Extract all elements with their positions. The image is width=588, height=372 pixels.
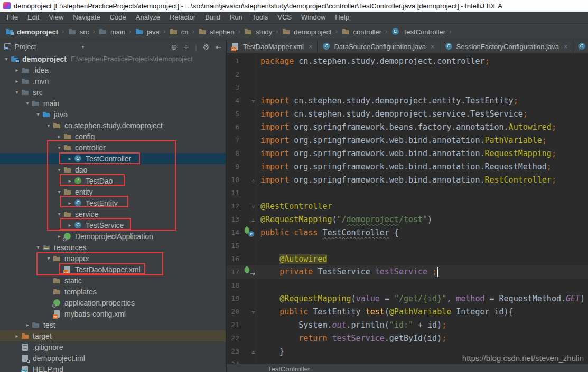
- code-line-8[interactable]: 8import org.springframework.web.bind.ann…: [227, 147, 588, 160]
- fold-end-icon[interactable]: ▵: [252, 177, 255, 183]
- code-line-5[interactable]: 5import cn.stephen.study.demoproject.ser…: [227, 107, 588, 120]
- breadcrumb-item-java[interactable]: java: [135, 27, 160, 36]
- tree-item-cn.stephen.study.demoproject[interactable]: ▾cn.stephen.study.demoproject: [0, 120, 226, 131]
- menu-navigate[interactable]: Navigate: [68, 12, 105, 23]
- expand-arrow-icon[interactable]: ▾: [34, 244, 42, 250]
- menu-analyze[interactable]: Analyze: [131, 12, 165, 23]
- code-line-6[interactable]: 6import org.springframework.beans.factor…: [227, 120, 588, 133]
- expand-arrow-icon[interactable]: ▸: [66, 178, 74, 184]
- code-line-12[interactable]: 12▿@RestController: [227, 199, 588, 213]
- code-line-14[interactable]: 14cpublic class TestController {: [227, 226, 588, 239]
- tree-item-mapper[interactable]: ▾mapper: [0, 253, 226, 264]
- menu-run[interactable]: Run: [225, 12, 247, 23]
- menu-vcs[interactable]: VCS: [273, 12, 296, 23]
- tree-item-test[interactable]: ▸test: [0, 319, 226, 330]
- code-line-16[interactable]: 16 @Autowired: [227, 252, 588, 265]
- expand-arrow-icon[interactable]: ▾: [44, 122, 53, 128]
- breadcrumb-item-study[interactable]: study: [244, 27, 272, 36]
- code-line-3[interactable]: 3: [227, 81, 588, 94]
- expand-arrow-icon[interactable]: ▸: [13, 67, 21, 73]
- breadcrumb-item-testcontroller[interactable]: CTestController: [391, 27, 445, 36]
- menu-file[interactable]: File: [2, 12, 23, 23]
- tree-item-demoproject[interactable]: ▾demoprojectF:\stephenPracticeProjects\d…: [0, 53, 226, 64]
- tree-item-testdao[interactable]: ▸ITestDao: [0, 175, 226, 186]
- code-line-13[interactable]: 13▵@RequestMapping("/demoproject/test"): [227, 213, 588, 226]
- fold-end-icon[interactable]: ▵: [252, 216, 255, 222]
- code-line-15[interactable]: 15: [227, 239, 588, 252]
- code-line-17[interactable]: 17→ private TestService testService ;: [227, 265, 588, 279]
- tree-item-config[interactable]: ▸config: [0, 131, 226, 142]
- expand-arrow-icon[interactable]: ▾: [44, 255, 53, 261]
- code-line-9[interactable]: 9import org.springframework.web.bind.ann…: [227, 160, 588, 173]
- expand-arrow-icon[interactable]: ▾: [55, 167, 63, 173]
- code-line-21[interactable]: 21 System.out.println("id:" + id);: [227, 318, 588, 331]
- tree-item-target[interactable]: ▸target: [0, 330, 226, 341]
- menu-edit[interactable]: Edit: [23, 12, 44, 23]
- tree-item-demoprojectapplication[interactable]: ▸DemoprojectApplication: [0, 231, 226, 242]
- fold-end-icon[interactable]: ▵: [252, 348, 255, 354]
- editor-breadcrumb-item[interactable]: TestController: [268, 365, 310, 372]
- tree-item-application.properties[interactable]: application.properties: [0, 297, 226, 308]
- tree-item-mybatis-config.xml[interactable]: <>mybatis-config.xml: [0, 308, 226, 319]
- expand-arrow-icon[interactable]: ▾: [2, 56, 11, 62]
- editor-tab-testdaomapper.xml[interactable]: <>TestDaoMapper.xml×: [227, 40, 318, 53]
- tree-item-resources[interactable]: ▾resources: [0, 242, 226, 253]
- breadcrumb-item-cn[interactable]: cn: [170, 27, 189, 36]
- menu-help[interactable]: Help: [330, 12, 354, 23]
- tree-item-testcontroller[interactable]: ▸CTestController: [0, 153, 226, 164]
- tree-item-src[interactable]: ▾src: [0, 87, 226, 98]
- expand-arrow-icon[interactable]: ▸: [13, 333, 21, 339]
- tree-item-java[interactable]: ▾java: [0, 109, 226, 120]
- expand-arrow-icon[interactable]: ▾: [55, 189, 63, 195]
- close-icon[interactable]: ×: [431, 43, 435, 51]
- code-line-1[interactable]: 1package cn.stephen.study.demoproject.co…: [227, 54, 588, 68]
- code-line-2[interactable]: 2: [227, 68, 588, 81]
- expand-arrow-icon[interactable]: ▸: [66, 222, 74, 228]
- fold-collapse-icon[interactable]: ▿: [252, 309, 255, 314]
- tree-item-demoproject.iml[interactable]: demoproject.iml: [0, 352, 226, 364]
- expand-arrow-icon[interactable]: ▸: [66, 200, 74, 206]
- tree-item-controller[interactable]: ▾controller: [0, 142, 226, 153]
- tree-item-main[interactable]: ▾main: [0, 98, 226, 109]
- expand-arrow-icon[interactable]: ▸: [55, 233, 63, 239]
- menu-refactor[interactable]: Refactor: [165, 12, 200, 23]
- editor-tab-transac[interactable]: CTransac: [573, 40, 588, 53]
- tree-item-testdaomapper.xml[interactable]: <>TestDaoMapper.xml: [0, 264, 226, 275]
- close-icon[interactable]: ×: [309, 43, 313, 51]
- code-line-19[interactable]: 19 @RequestMapping(value = "/get/{id}", …: [227, 292, 588, 305]
- code-line-4[interactable]: 4▿import cn.stephen.study.demoproject.en…: [227, 94, 588, 107]
- menu-build[interactable]: Build: [200, 12, 225, 23]
- spring-autowired-icon[interactable]: →: [244, 267, 255, 277]
- expand-arrow-icon[interactable]: ▸: [66, 156, 74, 161]
- tree-item-templates[interactable]: templates: [0, 286, 226, 297]
- menu-code[interactable]: Code: [105, 12, 131, 23]
- editor-code[interactable]: 1package cn.stephen.study.demoproject.co…: [227, 53, 588, 372]
- expand-arrow-icon[interactable]: ▾: [55, 211, 63, 217]
- tree-item-help.md[interactable]: MDHELP.md: [0, 364, 226, 372]
- code-line-7[interactable]: 7import org.springframework.web.bind.ann…: [227, 133, 588, 147]
- breadcrumb-item-demoproject[interactable]: demoproject: [282, 27, 332, 36]
- spring-bean-class-icon[interactable]: c: [244, 227, 255, 237]
- settings-button[interactable]: ⚙: [203, 43, 210, 51]
- tree-item-testentity[interactable]: ▸CTestEntity: [0, 197, 226, 208]
- expand-arrow-icon[interactable]: ▾: [55, 145, 63, 150]
- expand-arrow-icon[interactable]: ▸: [23, 322, 32, 328]
- fold-collapse-icon[interactable]: ▿: [252, 98, 255, 103]
- tree-item-.mvn[interactable]: ▸.mvn: [0, 75, 226, 87]
- close-icon[interactable]: ×: [564, 43, 568, 51]
- chevron-down-icon[interactable]: ▾: [81, 44, 84, 50]
- expand-arrow-icon[interactable]: ▸: [13, 78, 21, 84]
- expand-arrow-icon[interactable]: ▸: [55, 133, 63, 139]
- tree-item-service[interactable]: ▾service: [0, 208, 226, 220]
- breadcrumb-item-demoproject[interactable]: demoproject: [5, 27, 58, 36]
- expand-arrow-icon[interactable]: ▾: [13, 89, 21, 95]
- fold-collapse-icon[interactable]: ▿: [252, 203, 255, 209]
- editor-tab-datasourceconfiguration.java[interactable]: CDataSourceConfiguration.java×: [318, 40, 440, 53]
- code-line-18[interactable]: 18: [227, 279, 588, 292]
- hide-button[interactable]: ⇤: [215, 43, 221, 51]
- locate-button[interactable]: ⊕: [171, 43, 178, 51]
- tree-item-.gitignore[interactable]: .gitignore: [0, 341, 226, 352]
- breadcrumb-item-main[interactable]: main: [99, 27, 125, 36]
- tree-item-.idea[interactable]: ▸.idea: [0, 64, 226, 75]
- tree-item-testservice[interactable]: ▸CTestService: [0, 220, 226, 231]
